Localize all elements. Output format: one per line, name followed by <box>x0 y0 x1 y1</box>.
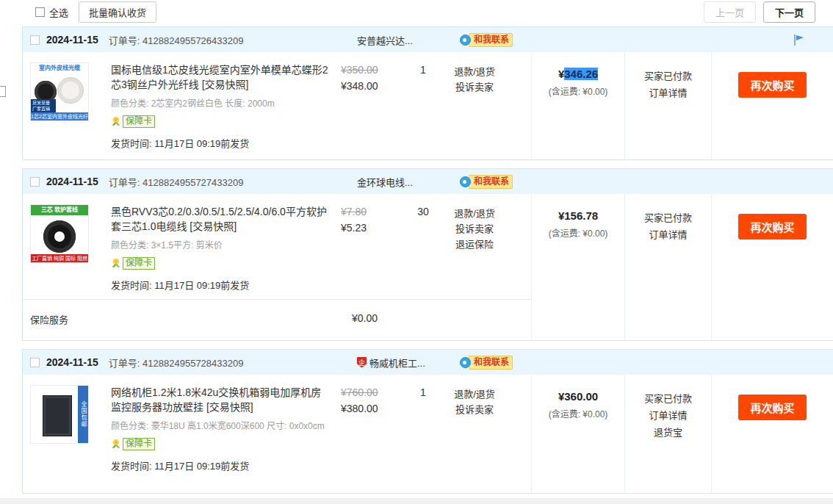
unit-price: ¥7.80 ¥5.23 <box>341 206 411 234</box>
order-block-2: 2024-11-15 订单号: 4128824955727433209 金环球电… <box>22 168 833 341</box>
item-actions: 退款/退货 投诉卖家 <box>430 64 519 95</box>
toolbar: 全选 批量确认收货 上一页 下一页 <box>35 1 815 22</box>
refund-link[interactable]: 退款/退货 <box>430 386 519 402</box>
buy-again-button[interactable]: 再次购买 <box>738 395 806 420</box>
seller-name[interactable]: 企 畅威机柜工... <box>357 356 425 370</box>
order-header: 2024-11-15 订单号: 4128824955727433209 金环球电… <box>23 169 833 194</box>
order-action-cell: 再次购买 <box>711 194 833 340</box>
refund-link[interactable]: 退款/退货 <box>430 64 519 79</box>
complain-link[interactable]: 投诉卖家 <box>430 79 519 95</box>
page-bottom-strip <box>0 498 833 504</box>
contact-seller-badge[interactable]: 和我联系 <box>460 33 513 47</box>
order-status-cell: 买家已付款 订单详情 <box>624 52 711 159</box>
unit-price: ¥350.00 ¥348.00 <box>341 64 411 92</box>
order-total-cell: ¥156.78 (含运费: ¥0.00) <box>531 194 624 340</box>
contact-seller-badge[interactable]: 和我联系 <box>460 356 513 370</box>
ship-time: 发货时间: 11月17日 09:19前发货 <box>111 278 331 292</box>
wangwang-icon <box>460 35 471 46</box>
select-all-checkbox[interactable] <box>35 7 45 17</box>
product-image[interactable]: 三芯 软护套线 工厂直销 纯铜 国标 阻燃 <box>30 204 89 263</box>
pagination: 上一页 下一页 <box>704 1 815 23</box>
order-total-cell: ¥360.00 (含运费: ¥0.00) <box>531 375 624 493</box>
next-page-button[interactable]: 下一页 <box>763 1 815 23</box>
seller-name[interactable]: 安普越兴达... <box>357 33 413 47</box>
order-detail-link[interactable]: 订单详情 <box>625 226 711 243</box>
order-number: 订单号: 4128824955726433209 <box>109 33 244 47</box>
cable-coil-graphic <box>43 220 76 253</box>
order-date: 2024-11-15 <box>46 356 98 368</box>
order-number: 订单号: 4128824955728433209 <box>109 356 244 370</box>
product-title[interactable]: 网络机柜1.2米1.8米42u交换机箱弱电加厚机房监控服务器功放壁挂 [交易快照… <box>111 385 331 414</box>
flower-icon <box>111 258 122 269</box>
status-text: 买家已付款 <box>625 209 711 226</box>
flower-icon <box>111 439 122 450</box>
order-checkbox[interactable] <box>30 358 40 367</box>
order-body: 全国包邮 网络机柜1.2米1.8米42u交换机箱弱电加厚机房监控服务器功放壁挂 … <box>23 375 833 493</box>
order-action-cell: 再次购买 <box>711 375 833 493</box>
guarantee-card-badge[interactable]: 保障卡 <box>111 115 155 128</box>
ship-time: 发货时间: 11月17日 09:19前发货 <box>111 136 331 150</box>
order-status-cell: 买家已付款 订单详情 退货宝 <box>624 375 711 493</box>
white-spool-graphic <box>57 77 84 104</box>
product-image-banner: 三芯 软护套线 <box>31 205 88 215</box>
order-body: 室内外皮线光缆 足米足量 厂家直销 1芯2芯室内宽外皮线光纤 国标电信级1芯皮线… <box>23 52 833 159</box>
order-checkbox[interactable] <box>30 177 40 187</box>
wangwang-icon <box>460 176 471 187</box>
product-image-strip: 工厂直销 纯铜 国标 阻燃 <box>31 254 88 262</box>
product-image-corner: 足米足量 厂家直销 <box>31 99 56 112</box>
product-image[interactable]: 室内外皮线光缆 足米足量 厂家直销 1芯2芯室内宽外皮线光纤 <box>30 62 89 121</box>
order-total-cell: ¥346.26 (含运费: ¥0.00) <box>531 52 624 159</box>
product-image-strip: 1芯2芯室内宽外皮线光纤 <box>31 112 88 120</box>
item-actions: 退款/退货 投诉卖家 <box>430 386 519 417</box>
item-row: 全国包邮 网络机柜1.2米1.8米42u交换机箱弱电加厚机房监控服务器功放壁挂 … <box>23 375 531 493</box>
buy-again-button[interactable]: 再次购买 <box>738 214 806 240</box>
product-image-banner: 室内外皮线光缆 <box>31 63 88 73</box>
flag-icon[interactable] <box>793 34 805 48</box>
order-number: 订单号: 4128824955727433209 <box>109 175 244 189</box>
wangwang-icon <box>460 357 471 368</box>
prev-page-button[interactable]: 上一页 <box>704 1 756 23</box>
status-text: 买家已付款 <box>625 68 711 84</box>
product-sku: 颜色分类: 豪华18U 高1.0米宽600深600 尺寸: 0x0x0cm <box>111 420 331 432</box>
insurance-service-row: 保险服务 ¥0.00 <box>23 299 531 340</box>
product-sku: 颜色分类: 3×1.5平方: 剪米价 <box>111 240 331 251</box>
ship-time: 发货时间: 11月17日 09:19前发货 <box>111 458 331 472</box>
select-all-label: 全选 <box>49 5 68 19</box>
order-action-cell: 再次购买 <box>711 52 833 159</box>
item-actions: 退款/退货 投诉卖家 退运保险 <box>430 206 519 252</box>
order-body: 三芯 软护套线 工厂直销 纯铜 国标 阻燃 黑色RVV3芯0.2/0.3/0.5… <box>23 194 833 340</box>
contact-seller-badge[interactable]: 和我联系 <box>460 175 513 189</box>
batch-confirm-button[interactable]: 批量确认收货 <box>79 1 156 23</box>
order-block-1: 2024-11-15 订单号: 4128824955726433209 安普越兴… <box>22 26 833 160</box>
product-title[interactable]: 黑色RVV3芯0.2/0.3/0.5/1.5/2.5/4.0/6.0平方软护套三… <box>111 204 331 234</box>
insurance-label: 保险服务 <box>30 314 68 325</box>
server-cabinet-graphic <box>43 395 72 436</box>
seller-name[interactable]: 金环球电线... <box>357 175 413 189</box>
product-image-side-banner: 全国包邮 <box>78 386 88 443</box>
refund-link[interactable]: 退款/退货 <box>430 206 519 221</box>
complain-link[interactable]: 投诉卖家 <box>430 221 519 237</box>
complain-link[interactable]: 投诉卖家 <box>430 402 519 417</box>
order-date: 2024-11-15 <box>46 34 98 46</box>
status-text: 买家已付款 <box>625 390 711 407</box>
buy-again-button[interactable]: 再次购买 <box>738 72 806 98</box>
product-image[interactable]: 全国包邮 <box>30 385 89 444</box>
order-detail-link[interactable]: 订单详情 <box>625 407 711 424</box>
flower-icon <box>111 116 122 127</box>
enterprise-shield-icon: 企 <box>357 357 367 368</box>
item-row: 室内外皮线光缆 足米足量 厂家直销 1芯2芯室内宽外皮线光纤 国标电信级1芯皮线… <box>23 52 531 159</box>
guarantee-card-badge[interactable]: 保障卡 <box>111 257 155 270</box>
order-list: 2024-11-15 订单号: 4128824955726433209 安普越兴… <box>22 26 833 502</box>
shipping-fee: (含运费: ¥0.00) <box>532 407 624 420</box>
guarantee-card-badge[interactable]: 保障卡 <box>111 438 155 450</box>
selected-amount: 346.26 <box>564 68 598 80</box>
order-detail-link[interactable]: 订单详情 <box>625 84 711 101</box>
return-insurance-link[interactable]: 退运保险 <box>430 237 519 252</box>
product-title[interactable]: 国标电信级1芯皮线光缆室内室外单模单芯蝶形2芯3钢丝户外光纤线 [交易快照] <box>111 62 331 92</box>
order-list-page: 全选 批量确认收货 上一页 下一页 2024-11-15 订单号: 412882… <box>0 0 833 504</box>
shipping-fee: (含运费: ¥0.00) <box>532 84 624 97</box>
unit-price: ¥760.00 ¥380.00 <box>341 386 411 414</box>
return-treasure-link[interactable]: 退货宝 <box>625 424 711 441</box>
order-checkbox[interactable] <box>30 35 40 45</box>
order-status-cell: 买家已付款 订单详情 <box>624 194 711 340</box>
